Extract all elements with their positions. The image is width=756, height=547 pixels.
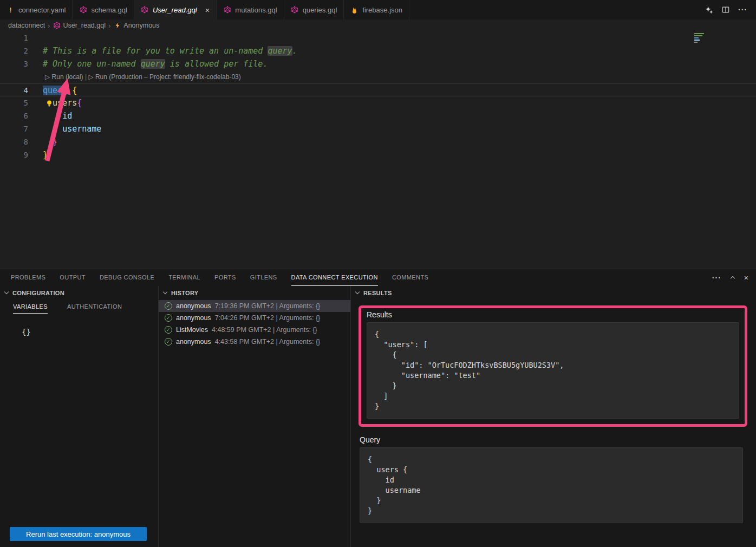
tab-mutations.gql[interactable]: mutations.gql (217, 0, 284, 19)
history-item[interactable]: ✓anonymous4:43:58 PM GMT+2 | Arguments: … (159, 336, 350, 348)
line-number: 7 (0, 122, 43, 135)
panel-tab-problems[interactable]: PROBLEMS (11, 269, 45, 286)
panel-body: CONFIGURATION VARIABLESAUTHENTICATION {}… (0, 286, 756, 547)
pass-icon: ✓ (164, 314, 172, 322)
pass-icon: ✓ (164, 338, 172, 346)
tab-label: User_read.gql (153, 6, 197, 14)
line-number (0, 70, 43, 83)
code-line-5: 5 users{ (0, 96, 756, 109)
section-label: Query (360, 435, 743, 444)
code-editor[interactable]: 12# This is a file for you to write an u… (0, 31, 756, 269)
line-number: 2 (0, 44, 43, 57)
history-item-name: anonymous (176, 314, 211, 322)
close-icon[interactable]: × (205, 6, 210, 14)
breadcrumb-label: User_read.gql (63, 22, 106, 29)
breadcrumb-item-User_read.gql[interactable]: User_read.gql (53, 22, 106, 30)
breadcrumb-item-Anonymous[interactable]: Anonymous (113, 22, 159, 30)
pass-icon: ✓ (164, 302, 172, 310)
line-number: 5 (0, 96, 43, 109)
codelens-divider: | (83, 73, 89, 81)
editor-tabs: !connector.yamlschema.gqlUser_read.gql×m… (0, 0, 409, 19)
maximize-panel-icon[interactable] (731, 276, 734, 279)
panel-tab-output[interactable]: OUTPUT (60, 269, 86, 286)
configuration-header[interactable]: CONFIGURATION (0, 286, 158, 300)
configuration-title: CONFIGURATION (12, 290, 64, 296)
codelens-run-production[interactable]: ▷ Run (Production – Project: friendly-fl… (88, 73, 240, 81)
more-actions-icon[interactable]: ··· (738, 5, 747, 14)
breadcrumb-label: Anonymous (123, 22, 159, 29)
code-text: query { (43, 84, 77, 96)
line-number: 8 (0, 135, 43, 148)
graphql-icon (79, 6, 87, 14)
tab-label: firebase.json (362, 6, 402, 14)
graphql-icon (53, 22, 61, 30)
breadcrumb: dataconnect›User_read.gql›Anonymous (0, 19, 756, 31)
minimap[interactable] (694, 33, 705, 44)
history-item-detail: 7:19:36 PM GMT+2 | Arguments: {} (215, 302, 321, 310)
chevron-up-icon (731, 276, 735, 280)
editor-lines: 12# This is a file for you to write an u… (0, 31, 756, 161)
tab-connector.yaml[interactable]: !connector.yaml (0, 0, 73, 19)
code-line-2: 2# This is a file for you to write an un… (0, 44, 756, 57)
history-title: HISTORY (171, 290, 198, 296)
tab-schema.gql[interactable]: schema.gql (73, 0, 134, 19)
configuration-tabs: VARIABLESAUTHENTICATION (0, 303, 158, 314)
editor-actions: ··· (705, 0, 756, 19)
history-item[interactable]: ✓anonymous7:04:26 PM GMT+2 | Arguments: … (159, 312, 350, 324)
history-item-name: anonymous (176, 302, 211, 310)
codelens-run-local[interactable]: ▷ Run (local) (45, 73, 83, 81)
code-line-1: 1 (0, 31, 756, 44)
section-code: { users { id username } } (360, 447, 743, 523)
config-tab-variables[interactable]: VARIABLES (13, 303, 48, 314)
section-code: { "users": [ { "id": "OrTucFODZHTksvBSBU… (367, 322, 739, 419)
code-text: id (43, 109, 72, 122)
results-sections: Results{ "users": [ { "id": "OrTucFODZHT… (351, 300, 756, 533)
tab-User_read.gql[interactable]: User_read.gql× (134, 0, 217, 19)
breadcrumb-item-dataconnect[interactable]: dataconnect (8, 22, 45, 29)
lightbulb-icon[interactable] (45, 99, 53, 107)
minimap-mark (694, 35, 702, 36)
history-column: HISTORY ✓anonymous7:19:36 PM GMT+2 | Arg… (159, 286, 351, 547)
rerun-last-execution-button[interactable]: Rerun last execution: anonymous (10, 527, 147, 541)
panel-tab-ports[interactable]: PORTS (214, 269, 236, 286)
tab-queries.gql[interactable]: queries.gql (284, 0, 344, 19)
panel-tab-row: PROBLEMSOUTPUTDEBUG CONSOLETERMINALPORTS… (0, 269, 756, 286)
breadcrumb-separator: › (108, 22, 110, 30)
code-text: } (43, 135, 57, 148)
history-item-detail: 7:04:26 PM GMT+2 | Arguments: {} (215, 314, 321, 322)
chevron-down-icon (163, 290, 167, 294)
close-panel-icon[interactable]: × (744, 274, 748, 282)
code-text: } (43, 148, 48, 161)
bottom-panel: PROBLEMSOUTPUTDEBUG CONSOLETERMINALPORTS… (0, 269, 756, 547)
copilot-sparkle-icon[interactable] (705, 6, 713, 14)
more-actions-icon[interactable]: ··· (712, 274, 721, 282)
panel-tab-debug-console[interactable]: DEBUG CONSOLE (100, 269, 154, 286)
tab-label: schema.gql (91, 6, 127, 14)
annotation-highlight-results: Results{ "users": [ { "id": "OrTucFODZHT… (359, 305, 747, 427)
config-tab-authentication[interactable]: AUTHENTICATION (67, 303, 122, 314)
panel-tab-gitlens[interactable]: GITLENS (250, 269, 277, 286)
code-line-4: 4query { (0, 83, 756, 96)
code-line-8: 8 } (0, 135, 756, 148)
tab-firebase.json[interactable]: firebase.json (344, 0, 409, 19)
code-line-6: 6 id (0, 109, 756, 122)
panel-tab-comments[interactable]: COMMENTS (392, 269, 428, 286)
codelens-links: ▷ Run (local) | ▷ Run (Production – Proj… (43, 70, 241, 83)
tab-label: queries.gql (303, 6, 337, 14)
history-item[interactable]: ✓ListMovies4:48:59 PM GMT+2 | Arguments:… (159, 324, 350, 336)
panel-tab-data-connect-execution[interactable]: DATA CONNECT EXECUTION (291, 269, 378, 286)
codelens-row: ▷ Run (local) | ▷ Run (Production – Proj… (0, 70, 756, 83)
code-line-9: 9} (0, 148, 756, 161)
code-text: username (43, 122, 101, 135)
history-item[interactable]: ✓anonymous7:19:36 PM GMT+2 | Arguments: … (159, 300, 350, 312)
results-header[interactable]: RESULTS (351, 286, 756, 300)
panel-tab-terminal[interactable]: TERMINAL (168, 269, 200, 286)
symbol-event-icon (113, 22, 121, 30)
graphql-icon (141, 6, 149, 14)
variables-content[interactable]: {} (22, 328, 158, 336)
code-line-3: 3# Only one un-named query is allowed pe… (0, 57, 756, 70)
history-item-detail: 4:43:58 PM GMT+2 | Arguments: {} (215, 338, 321, 346)
minimap-mark (694, 42, 698, 43)
split-editor-icon[interactable] (722, 6, 729, 14)
history-header[interactable]: HISTORY (159, 286, 350, 300)
